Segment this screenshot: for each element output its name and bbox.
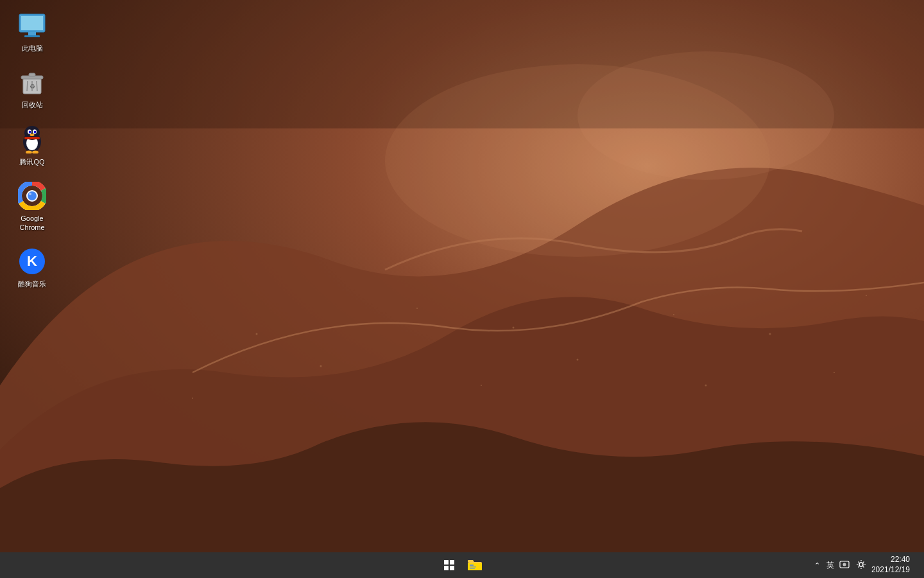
computer-icon-label: 此电脑 bbox=[22, 44, 43, 53]
svg-rect-17 bbox=[21, 16, 43, 30]
windows-logo-icon bbox=[444, 560, 454, 570]
svg-point-9 bbox=[866, 295, 867, 296]
chrome-icon-label: Google Chrome bbox=[10, 214, 54, 232]
svg-point-35 bbox=[35, 131, 35, 132]
chrome-icon bbox=[17, 180, 47, 211]
svg-rect-22 bbox=[29, 73, 35, 76]
desktop-icon-qq[interactable]: 腾讯QQ bbox=[6, 120, 58, 170]
svg-point-12 bbox=[320, 365, 322, 367]
show-desktop-button[interactable] bbox=[914, 554, 916, 577]
recycle-bin-icon: ♻ bbox=[17, 67, 47, 98]
svg-point-52 bbox=[843, 563, 846, 566]
taskbar-center bbox=[438, 554, 486, 577]
desktop-icon-kuwo[interactable]: K 酷狗音乐 bbox=[6, 242, 58, 292]
recycle-bin-label: 回收站 bbox=[22, 100, 43, 109]
start-button[interactable] bbox=[438, 554, 461, 577]
svg-point-10 bbox=[577, 359, 579, 361]
desktop-icons-area: 此电脑 ♻ 回收站 bbox=[0, 0, 64, 552]
svg-point-43 bbox=[29, 193, 31, 195]
file-explorer-button[interactable] bbox=[463, 554, 486, 577]
desktop-icon-chrome[interactable]: Google Chrome bbox=[6, 177, 58, 236]
svg-text:K: K bbox=[27, 253, 37, 269]
file-explorer-icon bbox=[468, 559, 482, 571]
kuwo-icon: K bbox=[17, 246, 47, 277]
svg-point-33 bbox=[34, 130, 37, 133]
svg-rect-19 bbox=[24, 35, 40, 37]
svg-point-11 bbox=[481, 385, 482, 386]
qq-icon bbox=[17, 124, 47, 155]
svg-point-7 bbox=[673, 314, 674, 315]
svg-rect-18 bbox=[28, 32, 36, 35]
input-method-icon[interactable] bbox=[838, 558, 851, 573]
svg-point-15 bbox=[834, 372, 835, 373]
computer-icon bbox=[17, 10, 47, 41]
svg-point-5 bbox=[416, 308, 418, 309]
svg-point-3 bbox=[578, 51, 834, 180]
svg-point-32 bbox=[29, 130, 31, 133]
svg-text:♻: ♻ bbox=[30, 83, 35, 90]
svg-rect-48 bbox=[470, 565, 474, 566]
settings-icon[interactable] bbox=[855, 558, 868, 573]
taskbar: ⌃ 英 22:40 2021/12/19 bbox=[0, 552, 924, 578]
svg-line-23 bbox=[27, 81, 28, 91]
kuwo-icon-label: 酷狗音乐 bbox=[18, 279, 46, 288]
clock-date: 2021/12/19 bbox=[871, 565, 910, 575]
svg-point-34 bbox=[30, 131, 30, 132]
desktop: 此电脑 ♻ 回收站 bbox=[0, 0, 924, 552]
language-indicator[interactable]: 英 bbox=[826, 560, 834, 571]
system-clock[interactable]: 22:40 2021/12/19 bbox=[871, 555, 910, 575]
svg-rect-49 bbox=[470, 566, 476, 568]
svg-point-8 bbox=[769, 333, 771, 335]
svg-point-42 bbox=[28, 191, 37, 200]
desktop-icon-computer[interactable]: 此电脑 bbox=[6, 6, 58, 57]
svg-point-13 bbox=[192, 398, 193, 399]
svg-point-36 bbox=[30, 134, 35, 136]
svg-point-4 bbox=[256, 333, 258, 335]
desktop-icon-recycle[interactable]: ♻ 回收站 bbox=[6, 63, 58, 113]
svg-rect-50 bbox=[470, 568, 475, 570]
taskbar-right: ⌃ 英 22:40 2021/12/19 bbox=[812, 554, 924, 577]
clock-time: 22:40 bbox=[891, 555, 910, 565]
qq-icon-label: 腾讯QQ bbox=[19, 157, 44, 166]
svg-rect-37 bbox=[24, 137, 40, 139]
svg-line-25 bbox=[37, 81, 37, 91]
svg-point-14 bbox=[705, 385, 707, 387]
svg-point-53 bbox=[859, 563, 863, 566]
show-hidden-icons-button[interactable]: ⌃ bbox=[812, 559, 823, 572]
wallpaper bbox=[0, 0, 924, 552]
svg-point-6 bbox=[513, 327, 515, 329]
